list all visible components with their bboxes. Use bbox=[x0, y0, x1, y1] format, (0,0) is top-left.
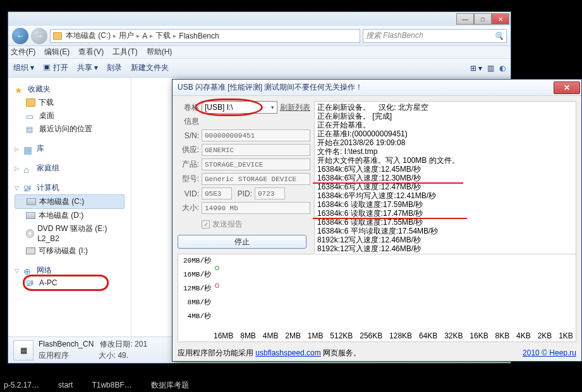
favorites-head[interactable]: 收藏夹 bbox=[15, 83, 124, 96]
sidebar-item-drive-d[interactable]: 本地磁盘 (D:) bbox=[15, 209, 124, 222]
hdd-icon bbox=[27, 198, 36, 205]
search-input[interactable]: 搜索 FlashBench 🔍 bbox=[363, 29, 507, 43]
command-bar: 组织 ▾ ▣ 打开 共享 ▾ 刻录 新建文件夹 ⊞ ▾ ▥ ◐ bbox=[8, 59, 511, 78]
volume-label: 卷标 bbox=[178, 102, 199, 113]
sidebar-item-desktop[interactable]: 桌面 bbox=[15, 109, 124, 122]
crumb[interactable]: 用户 bbox=[119, 30, 134, 41]
task-item[interactable]: start bbox=[58, 381, 73, 389]
preview-pane-button[interactable]: ▥ bbox=[487, 64, 494, 73]
refresh-link[interactable]: 刷新列表 bbox=[280, 102, 310, 113]
maximize-button[interactable]: □ bbox=[474, 13, 492, 25]
usbflashspeed-link[interactable]: usbflashspeed.com bbox=[255, 348, 320, 357]
navigation-pane: 收藏夹 下载 桌面 最近访问的位置 库 家庭组 计算机 本地磁盘 (C:) 本地… bbox=[8, 78, 131, 336]
libraries-head[interactable]: 库 bbox=[15, 142, 124, 155]
minimize-button[interactable]: — bbox=[456, 13, 474, 25]
library-icon bbox=[23, 145, 33, 153]
close-button[interactable]: ✕ bbox=[492, 13, 509, 25]
task-item[interactable]: p-5.2.17… bbox=[4, 381, 39, 389]
menu-edit[interactable]: 编辑(E) bbox=[44, 47, 70, 57]
crumb[interactable]: 本地磁盘 (C:) bbox=[66, 30, 111, 41]
crumb[interactable]: FlashBench bbox=[179, 32, 219, 40]
vendor-field: GENERIC bbox=[202, 144, 310, 156]
menu-tools[interactable]: 工具(T) bbox=[112, 47, 137, 57]
crumb[interactable]: 下载 bbox=[155, 30, 171, 41]
task-item[interactable]: T1wb8BF… bbox=[92, 381, 131, 389]
model-field: Generic STORAGE DEVICE bbox=[202, 173, 310, 185]
forward-button[interactable]: → bbox=[31, 28, 47, 44]
folder-icon bbox=[53, 32, 62, 40]
star-icon bbox=[15, 85, 25, 94]
taskbar[interactable]: p-5.2.17… start T1wb8BF… 数据库考题 bbox=[0, 378, 582, 392]
help-button[interactable]: ◐ bbox=[499, 64, 506, 73]
hdd-icon bbox=[26, 212, 35, 219]
x-axis-labels: 16MB8MB4MB 2MB1MB512KB 256KB128KB64KB 32… bbox=[214, 331, 573, 340]
menu-help[interactable]: 帮助(H) bbox=[147, 47, 173, 57]
dialog-titlebar: USB 闪存基准 [性能评测] 测试期间不要任何无关操作！ ✕ bbox=[173, 80, 581, 96]
usb-icon bbox=[26, 247, 35, 254]
titlebar: — □ ✕ bbox=[8, 12, 511, 26]
newfolder-button[interactable]: 新建文件夹 bbox=[131, 62, 169, 73]
menu-view[interactable]: 查看(V) bbox=[78, 47, 104, 57]
pc-icon bbox=[26, 278, 36, 287]
vid-field: 05E3 bbox=[202, 187, 232, 199]
menu-file[interactable]: 文件(F) bbox=[11, 47, 35, 57]
dialog-footer: 应用程序部分功能采用 usbflashspeed.com 网页服务。 2010 … bbox=[178, 347, 576, 359]
address-bar[interactable]: 本地磁盘 (C:)▸ 用户▸ A▸ 下载▸ FlashBench bbox=[50, 29, 360, 43]
view-options-button[interactable]: ⊞ ▾ bbox=[470, 64, 482, 73]
desktop-icon bbox=[26, 112, 36, 121]
size-field: 14990 Mb bbox=[202, 202, 310, 214]
task-item[interactable]: 数据库考题 bbox=[151, 380, 189, 391]
sn-field: 000000009451 bbox=[202, 129, 310, 141]
read-point bbox=[215, 266, 219, 270]
file-name: FlashBench_CN bbox=[39, 340, 94, 348]
homegroup-head[interactable]: 家庭组 bbox=[15, 162, 124, 175]
flashbench-dialog: USB 闪存基准 [性能评测] 测试期间不要任何无关操作！ ✕ 卷标 [USB]… bbox=[172, 79, 582, 362]
heep-link[interactable]: 2010 © Heep.ru bbox=[523, 348, 576, 357]
write-point bbox=[215, 283, 219, 288]
stop-button[interactable]: 停止 bbox=[178, 235, 306, 249]
network-icon bbox=[23, 266, 33, 275]
menu-bar: 文件(F) 编辑(E) 查看(V) 工具(T) 帮助(H) bbox=[8, 46, 511, 59]
sidebar-item-downloads[interactable]: 下载 bbox=[15, 96, 124, 109]
computer-head[interactable]: 计算机 bbox=[15, 181, 124, 194]
dialog-close-button[interactable]: ✕ bbox=[554, 81, 580, 94]
sidebar-item-dvd[interactable]: DVD RW 驱动器 (E:) L2_B2 bbox=[15, 222, 124, 244]
sidebar-item-apc[interactable]: A-PC bbox=[15, 277, 124, 288]
crumb[interactable]: A bbox=[142, 32, 147, 40]
sidebar-item-drive-c[interactable]: 本地磁盘 (C:) bbox=[15, 194, 124, 209]
dialog-title: USB 闪存基准 [性能评测] 测试期间不要任何无关操作！ bbox=[178, 82, 363, 93]
recent-icon bbox=[26, 125, 36, 134]
nav-bar: ← → 本地磁盘 (C:)▸ 用户▸ A▸ 下载▸ FlashBench 搜索 … bbox=[8, 26, 511, 46]
product-field: STORAGE_DEVICE bbox=[202, 158, 310, 170]
pid-field: 0723 bbox=[255, 187, 285, 199]
sidebar-item-recent[interactable]: 最近访问的位置 bbox=[15, 122, 124, 136]
network-head[interactable]: 网络 bbox=[15, 264, 124, 277]
home-icon bbox=[23, 164, 33, 173]
share-button[interactable]: 共享 ▾ bbox=[77, 62, 98, 73]
search-icon: 🔍 bbox=[494, 32, 504, 40]
burn-button[interactable]: 刻录 bbox=[107, 62, 122, 73]
sidebar-item-removable-i[interactable]: 可移动磁盘 (I:) bbox=[15, 244, 124, 258]
send-report-checkbox[interactable]: ✓发送报告 bbox=[202, 219, 310, 230]
search-placeholder: 搜索 FlashBench bbox=[366, 30, 423, 41]
volume-combo[interactable]: [USB] I:\▾ bbox=[202, 101, 277, 114]
organize-button[interactable]: 组织 ▾ bbox=[13, 62, 34, 73]
download-icon bbox=[26, 98, 35, 107]
speed-chart: 20MB/秒 16MB/秒 12MB/秒 8MB/秒 4MB/秒 16MB8MB… bbox=[178, 254, 576, 342]
open-button[interactable]: ▣ 打开 bbox=[43, 62, 68, 73]
back-button[interactable]: ← bbox=[12, 28, 28, 44]
dvd-icon bbox=[26, 229, 34, 238]
file-thumbnail: ▦ bbox=[13, 340, 33, 360]
pc-icon bbox=[23, 184, 33, 193]
